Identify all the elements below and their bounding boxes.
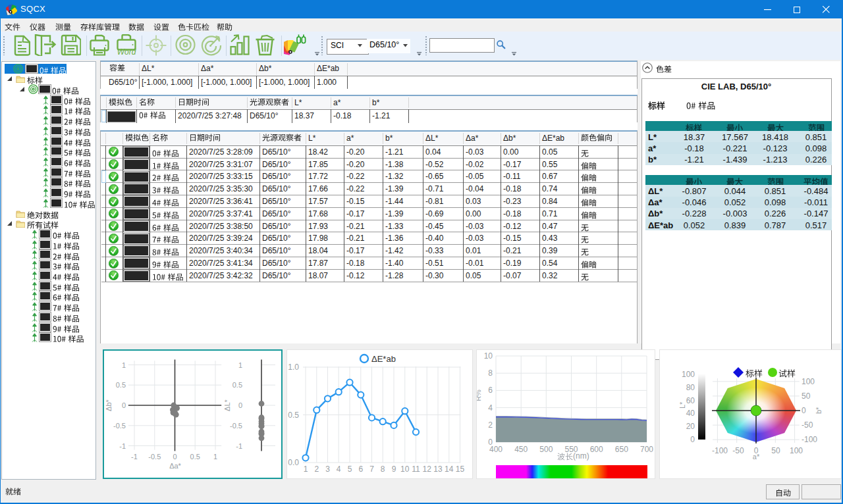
svg-text:11: 11 <box>412 465 420 474</box>
svg-text:-1: -1 <box>131 453 138 461</box>
svg-text:7: 7 <box>369 465 374 474</box>
svg-text:8: 8 <box>488 368 493 378</box>
svg-text:0.5: 0.5 <box>190 453 200 461</box>
svg-text:0: 0 <box>122 401 126 409</box>
svg-text:0.0: 0.0 <box>288 458 299 467</box>
svg-text:-0.5: -0.5 <box>230 422 242 430</box>
svg-text:1: 1 <box>304 465 308 474</box>
svg-text:0: 0 <box>173 453 177 461</box>
svg-text:650: 650 <box>615 445 628 454</box>
svg-text:-0.5: -0.5 <box>148 453 161 461</box>
svg-text:-1: -1 <box>236 442 242 450</box>
svg-text:500: 500 <box>539 445 553 454</box>
svg-text:R%: R% <box>477 390 482 401</box>
svg-text:10: 10 <box>484 351 493 361</box>
svg-text:0.5: 0.5 <box>116 381 126 389</box>
svg-text:-0.5: -0.5 <box>113 422 126 430</box>
svg-text:Δa*: Δa* <box>169 462 181 470</box>
svg-text:1: 1 <box>213 453 217 461</box>
svg-text:3: 3 <box>325 465 330 474</box>
svg-text:15: 15 <box>456 465 465 474</box>
svg-text:1: 1 <box>122 361 126 369</box>
svg-text:600: 600 <box>590 445 603 454</box>
svg-text:6: 6 <box>358 465 363 474</box>
svg-text:450: 450 <box>514 445 528 454</box>
svg-text:1.0: 1.0 <box>288 363 299 372</box>
svg-text:5: 5 <box>348 465 352 474</box>
svg-text:2: 2 <box>314 465 319 474</box>
svg-text:ΔE*ab: ΔE*ab <box>371 354 396 364</box>
svg-text:ΔL*: ΔL* <box>223 399 231 411</box>
svg-text:10: 10 <box>400 465 410 474</box>
svg-text:14: 14 <box>445 465 454 474</box>
svg-text:Word: Word <box>117 47 136 56</box>
svg-text:6: 6 <box>488 386 493 395</box>
svg-text:Δb*: Δb* <box>105 399 113 411</box>
svg-text:0.5: 0.5 <box>232 381 242 389</box>
svg-text:4: 4 <box>488 403 493 413</box>
svg-text:700: 700 <box>640 445 653 454</box>
svg-text:0: 0 <box>238 401 242 409</box>
svg-text:1: 1 <box>238 361 242 369</box>
svg-text:-1: -1 <box>119 442 126 450</box>
svg-text:0: 0 <box>488 438 493 447</box>
svg-text:9: 9 <box>392 465 396 474</box>
svg-text:4: 4 <box>337 465 341 474</box>
svg-text:12: 12 <box>423 465 432 474</box>
svg-text:13: 13 <box>433 465 443 474</box>
svg-text:2: 2 <box>488 420 493 430</box>
svg-text:8: 8 <box>381 465 385 474</box>
svg-text:0.5: 0.5 <box>288 411 299 420</box>
